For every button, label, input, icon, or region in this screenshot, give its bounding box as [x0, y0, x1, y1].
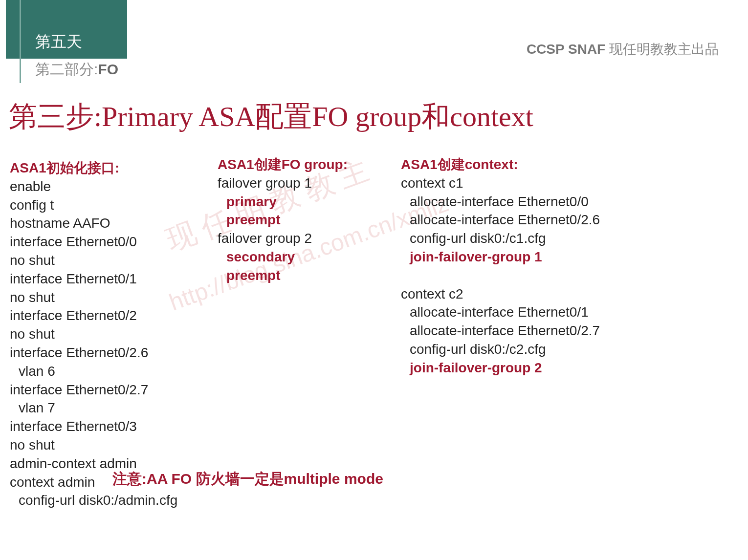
config-line: enable	[10, 177, 205, 196]
config-line: no shut	[10, 251, 205, 270]
header-tab-label: 第五天	[35, 31, 82, 53]
config-line: allocate-interface Ethernet0/2.7	[401, 322, 670, 340]
config-line: context c1	[401, 174, 670, 193]
sub-header-bold: FO	[98, 61, 118, 77]
config-line: join-failover-group 2	[401, 359, 670, 377]
config-line: vlan 7	[10, 399, 205, 417]
config-line: vlan 6	[10, 362, 205, 381]
config-line: config-url disk0:/c2.cfg	[401, 340, 670, 359]
config-line: allocate-interface Ethernet0/1	[401, 303, 670, 322]
col1-heading: ASA1初始化接口:	[10, 159, 205, 177]
config-line: interface Ethernet0/1	[10, 270, 205, 288]
config-line: secondary	[218, 248, 394, 266]
config-line: failover group 1	[218, 174, 394, 193]
config-line: preempt	[218, 211, 394, 229]
column-3: ASA1创建context: context c1allocate-interf…	[401, 155, 670, 377]
config-line: config t	[10, 196, 205, 215]
header-tab: 第五天	[6, 0, 127, 59]
sub-header: 第二部分:FO	[35, 60, 118, 80]
config-line: interface Ethernet0/3	[10, 417, 205, 436]
config-line: join-failover-group 1	[401, 248, 670, 266]
top-right-bold: CCSP SNAF	[527, 42, 605, 57]
col2-heading: ASA1创建FO group:	[218, 155, 394, 174]
config-line: interface Ethernet0/2.6	[10, 344, 205, 362]
config-line: allocate-interface Ethernet0/0	[401, 193, 670, 211]
footer-note: 注意:AA FO 防火墙一定是multiple mode	[112, 469, 383, 489]
config-line: interface Ethernet0/0	[10, 233, 205, 251]
config-line: preempt	[218, 266, 394, 285]
config-line: allocate-interface Ethernet0/2.6	[401, 211, 670, 229]
column-1: ASA1初始化接口: enableconfig thostname AAFOin…	[10, 159, 205, 510]
sub-header-text: 第二部分:	[35, 61, 98, 77]
slide-title: 第三步:Primary ASA配置FO group和context	[9, 98, 533, 136]
header-divider	[20, 0, 21, 83]
config-line: config-url disk0:/admin.cfg	[10, 491, 205, 510]
config-line: no shut	[10, 288, 205, 307]
config-line: context c2	[401, 285, 670, 303]
config-line: no shut	[10, 325, 205, 344]
top-right-credit: CCSP SNAF 现任明教教主出品	[527, 40, 719, 59]
config-line: failover group 2	[218, 229, 394, 248]
config-line: interface Ethernet0/2.7	[10, 381, 205, 399]
config-line: interface Ethernet0/2	[10, 306, 205, 325]
config-line: primary	[218, 193, 394, 211]
config-line: config-url disk0:/c1.cfg	[401, 229, 670, 248]
col3-heading: ASA1创建context:	[401, 155, 670, 174]
config-line: hostname AAFO	[10, 214, 205, 233]
config-line: no shut	[10, 436, 205, 454]
top-right-text: 现任明教教主出品	[605, 42, 719, 57]
column-2: ASA1创建FO group: failover group 1primaryp…	[218, 155, 394, 285]
config-line	[401, 266, 670, 285]
